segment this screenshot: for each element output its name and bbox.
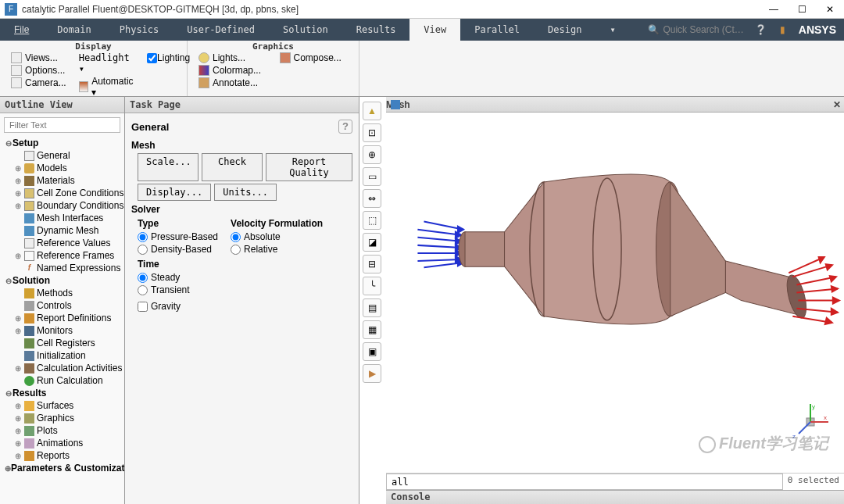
box-tool[interactable]: ▭ — [363, 167, 381, 186]
close-button[interactable]: ✕ — [816, 0, 844, 19]
lighting-check[interactable] — [147, 53, 157, 63]
units-button[interactable]: Units... — [214, 184, 277, 201]
views-icon — [11, 52, 22, 63]
compose-button[interactable]: Compose... — [277, 52, 352, 64]
svg-text:x: x — [824, 414, 827, 421]
menu-domain[interactable]: Domain — [43, 19, 105, 41]
tree-methods[interactable]: Methods — [0, 287, 124, 299]
tree-dynmesh[interactable]: Dynamic Mesh — [0, 224, 124, 237]
gravity-checkbox[interactable]: Gravity — [138, 301, 352, 312]
tree-reports[interactable]: ⊕Reports — [0, 449, 124, 462]
annotate-button[interactable]: Annotate... — [195, 77, 270, 89]
tree-params[interactable]: ⊕Parameters & Customizat — [0, 462, 124, 474]
tool-8[interactable]: ⊟ — [363, 255, 381, 273]
ansys-logo: ANSYS — [794, 23, 844, 36]
vel-relative[interactable]: Relative — [231, 243, 323, 256]
svg-marker-22 — [830, 276, 836, 281]
tool-12[interactable]: ▣ — [363, 342, 381, 361]
tree-plots[interactable]: ⊕Plots — [0, 424, 124, 437]
controls-icon — [24, 301, 34, 311]
tree-solution[interactable]: ⊖Solution — [0, 274, 124, 287]
type-density[interactable]: Density-Based — [138, 243, 218, 256]
materials-icon — [24, 176, 34, 186]
resource-icon[interactable]: ▮ — [774, 20, 792, 39]
tree-setup[interactable]: ⊖Setup — [0, 137, 124, 149]
menu-dropdown-icon[interactable]: ▾ — [595, 19, 629, 41]
svg-line-2 — [417, 245, 461, 248]
graph-icon — [24, 413, 34, 424]
tree-runcalc[interactable]: Run Calculation — [0, 374, 124, 387]
tree-results[interactable]: ⊖Results — [0, 387, 124, 399]
tree-controls[interactable]: Controls — [0, 299, 124, 312]
tree-namedex[interactable]: fNamed Expressions — [0, 262, 124, 274]
menu-physics[interactable]: Physics — [106, 19, 173, 41]
lights-button[interactable]: Lights... — [195, 52, 270, 64]
automatic-dropdown[interactable]: Automatic ▾ — [76, 75, 138, 98]
headlight-dropdown[interactable]: Headlight ▾ — [76, 52, 138, 75]
vel-absolute[interactable]: Absolute — [231, 231, 323, 243]
tool-13[interactable]: ▶ — [363, 364, 381, 383]
tree-cellzone[interactable]: ⊕Cell Zone Conditions — [0, 187, 124, 199]
help-button[interactable]: ? — [338, 120, 352, 134]
command-input[interactable] — [386, 474, 783, 490]
menubar: File Domain Physics User-Defined Solutio… — [0, 19, 844, 41]
colormap-button[interactable]: Colormap... — [195, 64, 270, 77]
menu-view[interactable]: View — [409, 19, 460, 41]
tree-boundary[interactable]: ⊕Boundary Conditions — [0, 199, 124, 212]
tool-2[interactable]: ⊡ — [363, 123, 381, 142]
axes-tool[interactable]: ╰ — [363, 277, 381, 295]
tree-materials[interactable]: ⊕Materials — [0, 174, 124, 187]
views-button[interactable]: Views... — [8, 52, 70, 64]
tree-cellreg[interactable]: Cell Registers — [0, 337, 124, 349]
task-header: Task Page — [125, 97, 359, 113]
filter-input[interactable] — [4, 117, 120, 133]
viewport-close[interactable]: ✕ — [830, 99, 844, 110]
tree-models[interactable]: ⊕Models — [0, 162, 124, 174]
select-tool[interactable]: ▲ — [363, 102, 381, 120]
svg-text:y: y — [812, 403, 815, 410]
tree-reportdef[interactable]: ⊕Report Definitions — [0, 312, 124, 324]
zoom-tool[interactable]: ⊕ — [363, 145, 381, 164]
quick-search[interactable]: 🔍 Quick Search (Ct… — [642, 24, 749, 35]
tree-calcact[interactable]: ⊕Calculation Activities — [0, 362, 124, 374]
console-header[interactable]: Console — [386, 490, 844, 504]
tree-refval[interactable]: Reference Values — [0, 237, 124, 249]
tree-graphics[interactable]: ⊕Graphics — [0, 412, 124, 424]
time-steady[interactable]: Steady — [138, 271, 190, 284]
help-icon[interactable]: ❔ — [752, 20, 771, 39]
scale-button[interactable]: Scale... — [138, 153, 198, 181]
lighting-checkbox[interactable]: Lighting — [144, 52, 193, 64]
camera-button[interactable]: Camera... — [8, 77, 70, 89]
tree-surfaces[interactable]: ⊕Surfaces — [0, 399, 124, 412]
minimize-button[interactable]: — — [760, 0, 788, 19]
menu-userdefined[interactable]: User-Defined — [173, 19, 269, 41]
display-button[interactable]: Display... — [138, 184, 211, 201]
check-button[interactable]: Check — [202, 153, 263, 181]
tree-monitors[interactable]: ⊕Monitors — [0, 324, 124, 337]
tree-meshif[interactable]: Mesh Interfaces — [0, 212, 124, 224]
tree-init[interactable]: Initialization — [0, 349, 124, 362]
fit-tool[interactable]: ⇔ — [363, 189, 381, 208]
report-quality-button[interactable]: Report Quality — [266, 153, 352, 181]
menu-file[interactable]: File — [0, 19, 43, 41]
time-transient[interactable]: Transient — [138, 284, 190, 296]
ribbon: Display Views... Options... Camera... He… — [0, 41, 844, 97]
menu-results[interactable]: Results — [342, 19, 410, 41]
menu-solution[interactable]: Solution — [269, 19, 342, 41]
maximize-button[interactable]: ☐ — [788, 0, 816, 19]
tool-10[interactable]: ▤ — [363, 298, 381, 317]
models-icon — [24, 163, 34, 173]
iso-tool[interactable]: ◪ — [363, 233, 381, 252]
tree-refframes[interactable]: ⊕Reference Frames — [0, 249, 124, 262]
compose-icon — [280, 52, 291, 63]
type-pressure[interactable]: Pressure-Based — [138, 231, 218, 243]
tree-general[interactable]: General — [0, 149, 124, 162]
menu-parallel[interactable]: Parallel — [460, 19, 534, 41]
tool-11[interactable]: ▦ — [363, 320, 381, 339]
options-button[interactable]: Options... — [8, 64, 70, 77]
viewport-canvas[interactable]: y x z Fluent学习笔记 — [386, 113, 844, 473]
tree-animations[interactable]: ⊕Animations — [0, 437, 124, 449]
menu-design[interactable]: Design — [534, 19, 595, 41]
cube-tool[interactable]: ⬚ — [363, 211, 381, 230]
ribbon-display-label: Display — [5, 41, 182, 52]
